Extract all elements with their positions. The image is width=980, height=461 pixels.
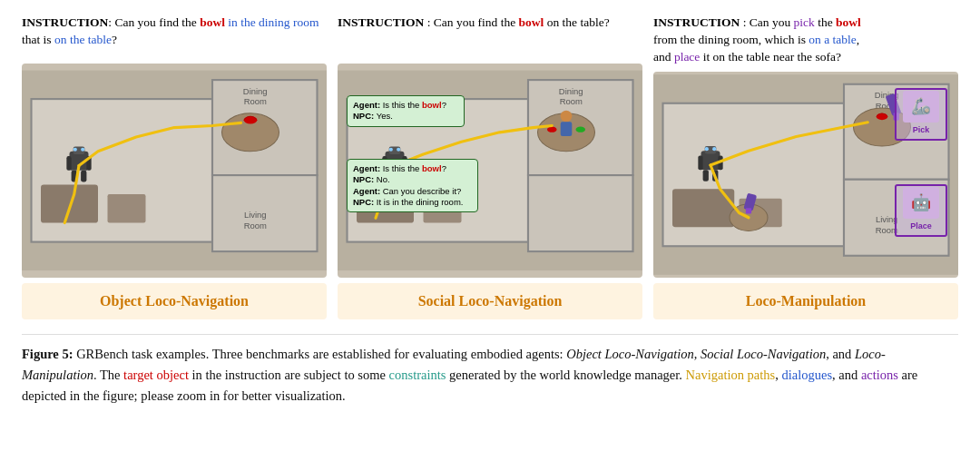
caption-dialogues: dialogues: [781, 368, 832, 382]
caption-nav-paths: Navigation paths: [686, 368, 776, 382]
scene-2: Dining Room: [338, 64, 642, 278]
svg-rect-15: [81, 171, 86, 182]
cap-comma4: , and: [832, 368, 861, 382]
panels-container: INSTRUCTION: Can you find the bowl in th…: [22, 15, 958, 319]
svg-rect-24: [561, 122, 573, 136]
scene-3: Dining Room Living Room: [653, 72, 958, 278]
svg-rect-53: [746, 208, 751, 213]
dining-room-label-1b: Room: [244, 96, 267, 106]
svg-rect-12: [66, 156, 71, 171]
instr1-bowl: bowl: [200, 15, 225, 29]
svg-rect-6: [41, 185, 98, 223]
speech-bubble-2: Agent: Is this the bowl? NPC: No. Agent:…: [347, 159, 478, 212]
instr3-bold: INSTRUCTION: [653, 15, 740, 29]
instr3-t4: ,: [857, 33, 859, 46]
instr3-t3: from the dining room, which is: [653, 33, 808, 46]
cap-comma2: , and: [826, 347, 855, 361]
instruction-3: INSTRUCTION : Can you pick the bowlfrom …: [653, 15, 958, 66]
instr2-text2: on the table?: [544, 15, 609, 29]
instr1-table: on the table: [54, 33, 112, 46]
panel-social-loco-nav: INSTRUCTION : Can you find the bowl on t…: [338, 15, 642, 319]
instr3-t2: the: [815, 15, 836, 29]
instr3-pick: pick: [794, 15, 815, 29]
instr3-t6: it on the table near the sofa?: [700, 50, 841, 64]
living-room-label-1: Living: [244, 210, 267, 220]
scene-1: Dining Room Living Room: [22, 64, 327, 278]
instr3-bowl: bowl: [836, 15, 861, 29]
cap-period: . The: [93, 368, 123, 382]
svg-point-32: [397, 148, 400, 152]
cap-comma1: ,: [694, 347, 701, 361]
svg-rect-60: [703, 170, 709, 181]
instr1-text: : Can you find the: [108, 15, 200, 29]
floorplan-1: Dining Room Living Room: [22, 64, 327, 278]
svg-text:Room: Room: [560, 96, 583, 106]
instruction-2: INSTRUCTION : Can you find the bowl on t…: [338, 15, 642, 58]
caption-text3: generated by the world knowledge manager…: [449, 368, 686, 382]
label-2: Social Loco-Navigation: [338, 283, 642, 319]
svg-point-23: [561, 111, 573, 123]
svg-point-57: [712, 147, 716, 151]
svg-point-10: [74, 148, 77, 152]
instr2-bowl: bowl: [519, 15, 544, 29]
caption-target-object: target object: [123, 368, 189, 382]
instr1-that: that is: [22, 33, 54, 46]
instr1-in: in the dining room: [225, 15, 319, 29]
dining-room-label-1: Dining: [243, 86, 268, 96]
svg-point-31: [389, 148, 393, 152]
instr3-place: place: [674, 50, 700, 64]
instr1-q: ?: [112, 33, 117, 46]
panel-object-loco-nav: INSTRUCTION: Can you find the bowl in th…: [22, 15, 327, 319]
svg-point-11: [81, 148, 84, 152]
svg-rect-19: [528, 175, 633, 251]
living-room-label-1b: Room: [244, 221, 267, 230]
caption-text2: in the instruction are subject to some: [192, 368, 389, 382]
instruction-1: INSTRUCTION: Can you find the bowl in th…: [22, 15, 327, 58]
svg-text:Dining: Dining: [559, 86, 583, 96]
pick-action-box: 🦾 Pick: [895, 88, 947, 141]
instr3-t5: and: [653, 50, 674, 64]
svg-point-56: [705, 147, 709, 151]
instr3-t1: : Can you: [740, 15, 793, 29]
caption-text1: GRBench task examples. Three benchmarks …: [76, 347, 566, 361]
instr2-bold: INSTRUCTION: [338, 15, 424, 29]
caption-social-loco: Social Loco-Navigation: [701, 347, 826, 361]
panel-loco-manip: INSTRUCTION : Can you pick the bowlfrom …: [653, 15, 958, 319]
svg-rect-58: [698, 155, 702, 170]
figure-number: Figure 5:: [22, 347, 74, 361]
svg-rect-7: [108, 194, 146, 223]
caption-constraints: constraints: [389, 368, 446, 382]
instr1-bold: INSTRUCTION: [22, 15, 108, 29]
place-action-box: 🤖 Place: [895, 184, 947, 237]
caption-obj-loco: Object Loco-Navigation: [566, 347, 694, 361]
caption-actions: actions: [861, 368, 898, 382]
label-1: Object Loco-Navigation: [22, 283, 327, 319]
svg-point-25: [576, 127, 586, 132]
figure-caption: Figure 5: GRBench task examples. Three b…: [22, 334, 958, 407]
speech-bubble-1: Agent: Is this the bowl? NPC: Yes.: [347, 95, 465, 127]
instr3-on: on a table: [808, 33, 856, 46]
instr2-text1: : Can you find the: [424, 15, 518, 29]
label-3: Loco-Manipulation: [653, 283, 958, 319]
